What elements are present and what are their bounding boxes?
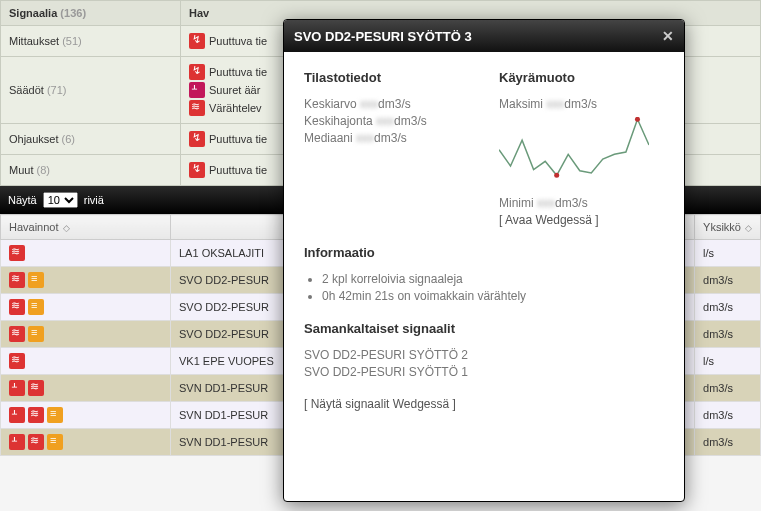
warn-red-icon [189, 162, 205, 178]
summary-row-label[interactable]: Säädöt (71) [1, 57, 181, 124]
row-unit: dm3/s [695, 267, 761, 294]
modal-title: SVO DD2-PESURI SYÖTTÖ 3 [294, 29, 472, 44]
pulse-red-icon [9, 407, 25, 423]
sort-icon: ◇ [745, 223, 752, 233]
obs-text: Suuret äär [209, 84, 260, 96]
obs-text: Puuttuva tie [209, 35, 267, 47]
open-wedge-link[interactable]: [ Avaa Wedgessä ] [499, 213, 664, 227]
similar-item[interactable]: SVO DD2-PESURI SYÖTTÖ 2 [304, 348, 664, 362]
pulse-red-icon [9, 434, 25, 450]
svg-point-0 [554, 173, 559, 178]
stat-median: Mediaani xxxdm3/s [304, 131, 469, 145]
warn-orange-icon [28, 272, 44, 288]
similar-item[interactable]: SVO DD2-PESURI SYÖTTÖ 1 [304, 365, 664, 379]
stat-min: Minimi xxxdm3/s [499, 196, 664, 210]
detail-modal: SVO DD2-PESURI SYÖTTÖ 3 ✕ Tilastotiedot … [283, 19, 685, 502]
svg-point-1 [635, 117, 640, 122]
warn-red-icon [189, 33, 205, 49]
info-list: 2 kpl korreloivia signaaleja0h 42min 21s… [322, 272, 664, 303]
warn-orange-icon [28, 326, 44, 342]
row-unit: l/s [695, 240, 761, 267]
obs-text: Puuttuva tie [209, 133, 267, 145]
summary-col-signaalia[interactable]: Signaalia (136) [1, 1, 181, 26]
vibrate-red-icon [28, 434, 44, 450]
info-heading: Informaatio [304, 245, 664, 260]
row-unit: dm3/s [695, 294, 761, 321]
row-unit: dm3/s [695, 375, 761, 402]
vibrate-red-icon [189, 100, 205, 116]
stat-mean: Keskiarvo xxxdm3/s [304, 97, 469, 111]
warn-red-icon [189, 131, 205, 147]
warn-orange-icon [47, 407, 63, 423]
summary-row-label[interactable]: Mittaukset (51) [1, 26, 181, 57]
col-yksikko[interactable]: Yksikkö◇ [695, 215, 761, 240]
vibrate-red-icon [9, 326, 25, 342]
col-havainnot[interactable]: Havainnot◇ [1, 215, 171, 240]
pulse-magenta-icon [189, 82, 205, 98]
show-wedge-link[interactable]: [ Näytä signaalit Wedgessä ] [304, 397, 664, 411]
vibrate-red-icon [9, 272, 25, 288]
row-unit: dm3/s [695, 321, 761, 348]
stat-max: Maksimi xxxdm3/s [499, 97, 664, 111]
row-unit: l/s [695, 348, 761, 375]
sparkline-chart [499, 117, 664, 190]
rows-label: riviä [84, 194, 104, 206]
info-item: 2 kpl korreloivia signaaleja [322, 272, 664, 286]
obs-text: Puuttuva tie [209, 164, 267, 176]
pulse-red-icon [9, 380, 25, 396]
vibrate-red-icon [28, 407, 44, 423]
summary-row-label[interactable]: Muut (8) [1, 155, 181, 186]
vibrate-red-icon [28, 380, 44, 396]
similar-list: SVO DD2-PESURI SYÖTTÖ 2SVO DD2-PESURI SY… [304, 348, 664, 379]
row-unit: dm3/s [695, 429, 761, 456]
curve-heading: Käyrämuoto [499, 70, 664, 85]
vibrate-red-icon [9, 245, 25, 261]
close-icon[interactable]: ✕ [662, 28, 674, 44]
warn-red-icon [189, 64, 205, 80]
show-label: Näytä [8, 194, 37, 206]
stats-heading: Tilastotiedot [304, 70, 469, 85]
similar-heading: Samankaltaiset signaalit [304, 321, 664, 336]
rows-select[interactable]: 10 [43, 192, 78, 208]
summary-row-label[interactable]: Ohjaukset (6) [1, 124, 181, 155]
warn-orange-icon [28, 299, 44, 315]
info-item: 0h 42min 21s on voimakkain värähtely [322, 289, 664, 303]
obs-text: Värähtelev [209, 102, 262, 114]
stat-stddev: Keskihajonta xxxdm3/s [304, 114, 469, 128]
modal-header[interactable]: SVO DD2-PESURI SYÖTTÖ 3 ✕ [284, 20, 684, 52]
row-unit: dm3/s [695, 402, 761, 429]
vibrate-red-icon [9, 299, 25, 315]
vibrate-red-icon [9, 353, 25, 369]
warn-orange-icon [47, 434, 63, 450]
sort-icon: ◇ [63, 223, 70, 233]
obs-text: Puuttuva tie [209, 66, 267, 78]
